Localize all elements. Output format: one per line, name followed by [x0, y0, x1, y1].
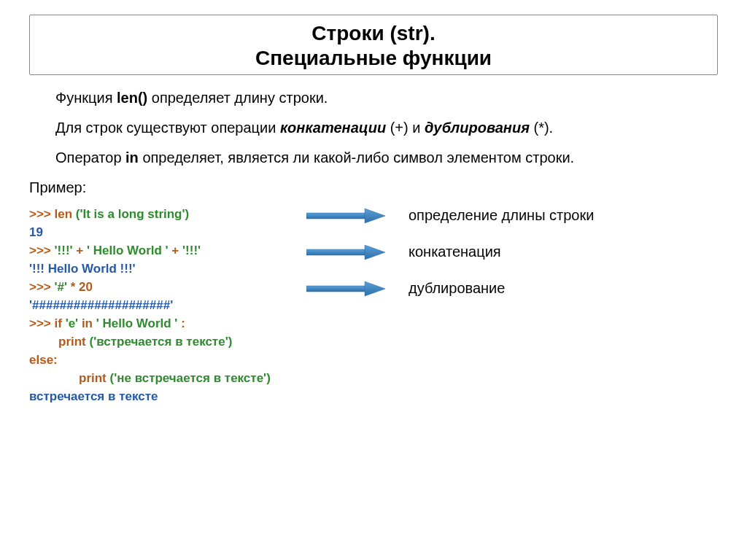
- code-block: >>> len ('It is a long string') 19 >>> '…: [29, 205, 306, 405]
- code-line-6: '####################': [29, 296, 306, 314]
- svg-marker-5: [365, 281, 385, 296]
- len-keyword: len(): [117, 90, 147, 106]
- code-line-9: else:: [29, 351, 306, 369]
- arrow-3: [306, 279, 409, 298]
- code-column: >>> len ('It is a long string') 19 >>> '…: [29, 205, 306, 405]
- title-line-2: Специальные функции: [255, 47, 492, 69]
- example-label: Пример:: [29, 178, 718, 198]
- arrow-icon: [306, 244, 387, 260]
- svg-rect-2: [306, 249, 365, 255]
- paragraph-len: Функция len() определяет длину строки.: [29, 88, 718, 108]
- svg-rect-4: [306, 286, 365, 292]
- code-line-4: '!!! Hello World !!!': [29, 260, 306, 278]
- paragraph-concat: Для строк существуют операции конкатенац…: [29, 118, 718, 138]
- code-line-1: >>> len ('It is a long string'): [29, 205, 306, 223]
- arrow-1: [306, 206, 409, 225]
- code-line-3: >>> '!!!' + ' Hello World ' + '!!!': [29, 241, 306, 260]
- note-dup: дублирование: [409, 279, 718, 298]
- in-keyword: in: [125, 149, 139, 166]
- notes-column: определение длины строки конкатенация ду…: [409, 205, 718, 316]
- title-box: Строки (str). Специальные функции: [29, 15, 718, 75]
- arrow-2: [306, 243, 409, 261]
- svg-marker-3: [365, 245, 385, 260]
- note-concat: конкатенация: [409, 243, 718, 261]
- arrow-icon: [306, 208, 387, 224]
- code-line-5: >>> '#' * 20: [29, 278, 306, 296]
- title-line-1: Строки (str).: [311, 22, 435, 44]
- svg-rect-0: [306, 213, 365, 219]
- code-line-11: встречается в тексте: [29, 387, 306, 405]
- code-line-7: >>> if 'e' in ' Hello World ' :: [29, 314, 306, 332]
- concat-keyword: конкатенации: [280, 120, 386, 136]
- note-len: определение длины строки: [409, 206, 718, 225]
- example-columns: >>> len ('It is a long string') 19 >>> '…: [29, 205, 718, 405]
- paragraph-in: Оператор in определяет, является ли како…: [29, 148, 718, 168]
- code-line-8: print ('встречается в тексте'): [29, 332, 306, 351]
- code-line-10: print ('не встречается в тексте'): [29, 369, 306, 387]
- arrow-column: [306, 205, 409, 316]
- arrow-icon: [306, 281, 387, 297]
- dup-keyword: дублирования: [425, 120, 530, 136]
- svg-marker-1: [365, 209, 385, 223]
- title: Строки (str). Специальные функции: [30, 21, 717, 70]
- code-line-2: 19: [29, 223, 306, 241]
- slide: Строки (str). Специальные функции Функци…: [0, 0, 747, 560]
- body-text: Функция len() определяет длину строки. Д…: [29, 88, 718, 405]
